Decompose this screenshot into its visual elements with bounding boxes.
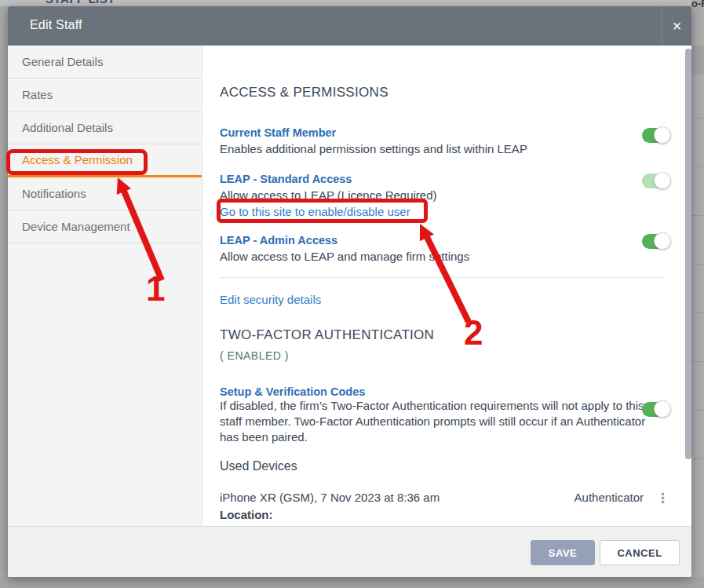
toggle-knob [654,400,671,418]
annotation-step-2: 2 [464,316,483,350]
toggle-setup-verification-codes[interactable] [642,402,669,417]
setting-title-setup-verification-codes: Setup & Verification Codes [220,385,365,398]
sidebar-item-general-details[interactable]: General Details [8,46,202,79]
device-info: iPhone XR (GSM), 7 Nov 2023 at 8:36 am [220,491,440,504]
sidebar-item-rates[interactable]: Rates [8,79,202,111]
background-page-strip: STAFF LIST [0,0,704,6]
content-scrollbar[interactable] [685,49,691,459]
toggle-leap-admin-access[interactable] [642,234,669,249]
background-page-title: STAFF LIST [46,0,115,5]
background-bottom-strip [0,577,704,588]
two-factor-status: ( ENABLED ) [220,349,289,362]
background-table-header [691,46,704,75]
edit-staff-dialog: Edit Staff × General Details Rates Addit… [8,6,691,577]
toggle-knob [654,126,671,144]
dialog-title: Edit Staff [30,18,82,32]
sidebar-item-additional-details[interactable]: Additional Details [8,111,202,144]
device-method-label: Authenticator [575,491,644,504]
cancel-button[interactable]: CANCEL [600,540,680,565]
section-title-access-permissions: ACCESS & PERMISSIONS [220,85,388,100]
save-button[interactable]: SAVE [531,540,595,565]
setting-title-leap-standard-access: LEAP - Standard Access [220,173,352,185]
setting-title-leap-admin-access: LEAP - Admin Access [220,234,337,247]
toggle-knob [654,172,671,189]
toggle-leap-standard-access[interactable] [642,173,669,188]
dialog-content: ACCESS & PERMISSIONS Current Staff Membe… [202,46,680,526]
screen: STAFF LIST o-F Edit Staff × General Deta… [0,0,704,588]
sidebar-item-notifications[interactable]: Notifications [8,177,202,210]
annotation-box-access-permission [6,149,148,175]
close-icon[interactable]: × [662,6,691,46]
toggle-knob [654,232,671,250]
background-table-strip: o-F [691,0,704,588]
dialog-sidebar: General Details Rates Additional Details… [8,46,202,526]
background-text-fragment: o-F [691,0,704,9]
dialog-footer: SAVE CANCEL [8,526,691,577]
device-location-label: Location: [220,508,273,521]
annotation-step-1: 1 [146,272,165,306]
setting-desc-setup-verification-codes: If disabled, the firm’s Two-Factor Authe… [220,398,651,445]
dialog-header: Edit Staff × [8,6,691,46]
edit-security-details-link[interactable]: Edit security details [220,293,321,306]
kebab-menu-icon[interactable]: ⋮ [656,490,669,507]
toggle-current-staff-member[interactable] [642,128,669,143]
content-divider [220,277,666,278]
sidebar-item-device-management[interactable]: Device Management [8,210,202,243]
section-title-two-factor: TWO-FACTOR AUTHENTICATION [220,327,434,343]
setting-title-current-staff-member: Current Staff Member [220,126,336,139]
setting-desc-current-staff-member: Enables additional permission settings a… [220,141,527,156]
annotation-box-enable-disable-link [217,199,428,223]
used-devices-heading: Used Devices [220,459,297,473]
setting-desc-leap-admin-access: Allow access to LEAP and manage firm set… [220,249,469,264]
